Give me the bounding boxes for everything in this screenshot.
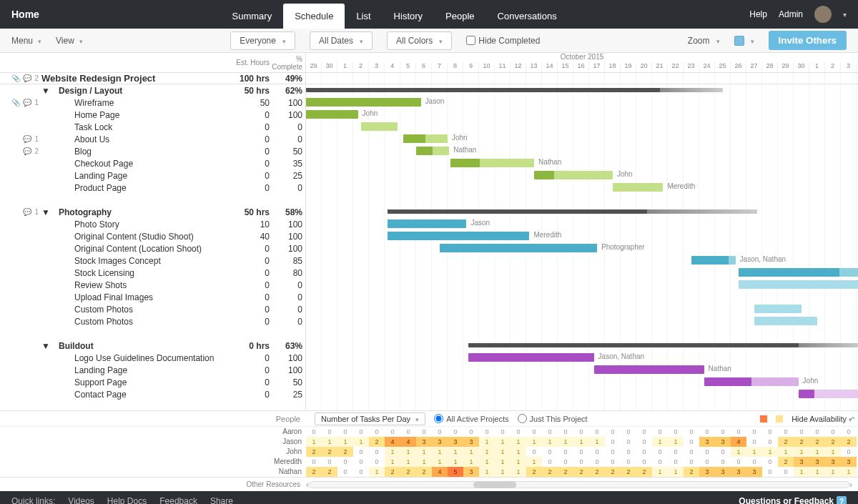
- tab-list[interactable]: List: [345, 4, 382, 29]
- project-row[interactable]: 2 Website Redesign Project 100 hrs 49%: [0, 73, 305, 84]
- person-name[interactable]: Jason: [0, 437, 306, 447]
- task-bar[interactable]: [739, 280, 858, 289]
- footer-link-share[interactable]: Share: [210, 496, 233, 504]
- task-group-row[interactable]: ▼Buildout0 hrs63%: [0, 340, 305, 352]
- person-name[interactable]: Aaron: [0, 427, 306, 437]
- hide-availability-toggle[interactable]: Hide Availability: [792, 415, 852, 423]
- admin-link[interactable]: Admin: [779, 9, 803, 19]
- comment-icon[interactable]: [23, 135, 31, 143]
- collapse-icon[interactable]: ▼: [41, 207, 50, 217]
- assignee-label: Meredith: [667, 182, 695, 190]
- hide-completed-input[interactable]: [466, 36, 475, 45]
- task-row[interactable]: Photo Story10100: [0, 218, 305, 230]
- invite-others-button[interactable]: Invite Others: [769, 31, 847, 50]
- task-pct: 85: [270, 256, 305, 266]
- task-row[interactable]: Home Page0100: [0, 109, 305, 121]
- footer-link-videos[interactable]: Videos: [68, 496, 94, 504]
- comment-icon[interactable]: [23, 208, 31, 216]
- comment-icon[interactable]: [23, 74, 31, 82]
- task-bar-progress: [440, 244, 597, 252]
- availability-cell: 3: [809, 457, 825, 467]
- tab-conversations[interactable]: Conversations: [486, 4, 568, 29]
- task-row[interactable]: Logo Use Guidelines Documentation0100: [0, 352, 305, 364]
- comment-icon[interactable]: [23, 99, 31, 107]
- summary-bar[interactable]: [468, 343, 799, 347]
- assignee-label: Nathan: [453, 146, 476, 154]
- task-group-row[interactable]: ▼Design / Layout50 hrs62%: [0, 84, 305, 97]
- task-name: Original Content (Studio Shoot): [50, 232, 234, 242]
- filter-dates-dropdown[interactable]: All Dates: [310, 31, 373, 50]
- tab-summary[interactable]: Summary: [221, 4, 284, 29]
- filter-colors-dropdown[interactable]: All Colors: [387, 31, 452, 50]
- task-group-row[interactable]: 1▼Photography50 hrs58%: [0, 206, 305, 218]
- hide-completed-checkbox[interactable]: Hide Completed: [466, 36, 540, 46]
- person-name[interactable]: Meredith: [0, 457, 306, 467]
- radio-this-project[interactable]: Just This Project: [518, 414, 588, 423]
- tasks-per-day-dropdown[interactable]: Number of Tasks Per Day: [315, 412, 425, 425]
- help-link[interactable]: Help: [749, 9, 767, 19]
- task-pct: 25: [270, 390, 305, 400]
- task-row[interactable]: Support Page050: [0, 376, 305, 388]
- availability-cell: 0: [337, 457, 353, 467]
- summary-bar[interactable]: [306, 88, 660, 92]
- task-row[interactable]: Review Shots00: [0, 279, 305, 291]
- menu-dropdown[interactable]: Menu: [11, 36, 41, 46]
- task-bar[interactable]: Meredith: [613, 183, 663, 192]
- footer-link-help-docs[interactable]: Help Docs: [107, 496, 147, 504]
- filter-people-dropdown[interactable]: Everyone: [230, 31, 295, 50]
- view-dropdown[interactable]: View: [56, 36, 83, 46]
- horizontal-scrollbar[interactable]: [309, 480, 849, 490]
- zoom-control[interactable]: Zoom: [688, 36, 720, 46]
- color-selector[interactable]: [734, 36, 754, 46]
- home-link[interactable]: Home: [11, 9, 39, 20]
- availability-cell: 0: [558, 447, 573, 457]
- task-bar[interactable]: [754, 305, 802, 313]
- attachment-icon[interactable]: [11, 99, 20, 107]
- task-est: 0: [234, 268, 270, 278]
- summary-bar[interactable]: [388, 209, 647, 214]
- availability-cell: 1: [353, 437, 369, 447]
- task-bar[interactable]: [361, 122, 398, 131]
- task-row[interactable]: Landing Page0100: [0, 364, 305, 376]
- task-row[interactable]: 1Wireframe50100: [0, 97, 305, 109]
- task-row[interactable]: 2Blog050: [0, 145, 305, 157]
- task-row[interactable]: Landing Page025: [0, 169, 305, 182]
- task-row[interactable]: Stock Licensing080: [0, 267, 305, 279]
- tab-people[interactable]: People: [434, 4, 485, 29]
- attachment-icon[interactable]: [11, 74, 20, 82]
- task-row[interactable]: Original Content (Location Shoot)0100: [0, 242, 305, 255]
- radio-all-projects[interactable]: All Active Projects: [434, 414, 508, 423]
- footer-link-feedback[interactable]: Feedback: [159, 496, 197, 504]
- person-name[interactable]: John: [0, 447, 306, 457]
- task-row[interactable]: Custom Photos00: [0, 303, 305, 315]
- task-row[interactable]: 1About Us00: [0, 133, 305, 145]
- task-row[interactable]: Task Lock00: [0, 121, 305, 133]
- task-row[interactable]: Checkout Page035: [0, 157, 305, 169]
- day-header: 16: [573, 62, 589, 72]
- availability-cell: 2: [322, 447, 337, 457]
- task-row[interactable]: Upload Final Images00: [0, 291, 305, 303]
- task-row[interactable]: Contact Page025: [0, 388, 305, 400]
- scroll-thumb[interactable]: [473, 481, 516, 488]
- task-row[interactable]: Stock Images Concept085: [0, 255, 305, 267]
- person-name[interactable]: Nathan: [0, 467, 306, 477]
- user-avatar[interactable]: [814, 6, 832, 23]
- comment-icon[interactable]: [23, 147, 31, 155]
- user-menu-chevron-icon[interactable]: ▾: [843, 11, 847, 19]
- task-bar[interactable]: [754, 317, 817, 325]
- gantt-chart[interactable]: October 2015 293012345678910111213141516…: [306, 53, 858, 410]
- task-row[interactable]: Product Page00: [0, 182, 305, 194]
- scroll-right-icon[interactable]: ›: [849, 480, 852, 490]
- task-row[interactable]: Custom Photos00: [0, 315, 305, 327]
- availability-cell: 1: [337, 437, 353, 447]
- tab-schedule[interactable]: Schedule: [283, 4, 345, 29]
- feedback-button[interactable]: Questions or Feedback ?: [739, 496, 847, 504]
- est-hours-header: Est. Hours: [234, 59, 270, 66]
- task-row[interactable]: Original Content (Studio Shoot)40100: [0, 230, 305, 242]
- scroll-up-icon[interactable]: ⌃: [849, 415, 857, 425]
- collapse-icon[interactable]: ▼: [41, 341, 50, 351]
- tab-history[interactable]: History: [383, 4, 434, 29]
- availability-cell: 0: [337, 467, 353, 477]
- collapse-icon[interactable]: ▼: [41, 86, 50, 96]
- availability-cell: 1: [385, 457, 400, 467]
